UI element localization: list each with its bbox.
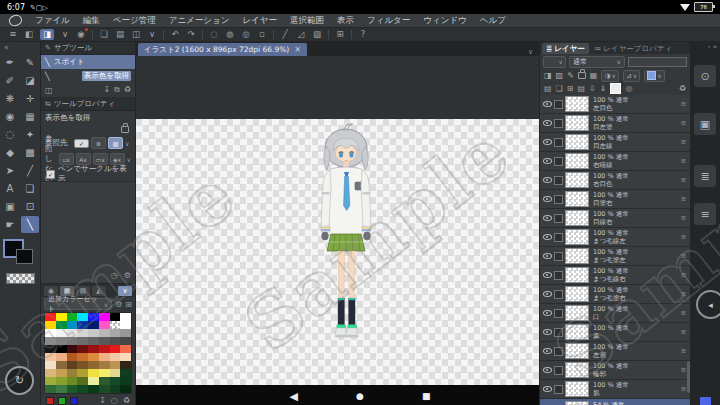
refer-check-icon[interactable]: ✓ (74, 139, 89, 148)
layer-filter-dropdown[interactable]: ∨ (543, 56, 566, 68)
eye-visible-icon[interactable] (543, 158, 552, 164)
layer-visibility[interactable] (542, 101, 552, 107)
color-swatch[interactable] (56, 385, 67, 393)
layer-menu-icon[interactable]: ≡ (679, 233, 688, 241)
eye-visible-icon[interactable] (543, 215, 552, 221)
eye-visible-icon[interactable] (543, 329, 552, 335)
auto-select-tool[interactable]: ✦ (21, 126, 39, 143)
layer-menu-icon[interactable]: ≡ (679, 214, 688, 222)
color-swatch[interactable] (99, 361, 110, 369)
eye-visible-icon[interactable] (543, 196, 552, 202)
color-swatch[interactable] (67, 385, 78, 393)
color-swatch[interactable] (99, 369, 110, 377)
color-swatch[interactable] (77, 369, 88, 377)
collapse-palette-button[interactable]: ◂ (696, 290, 720, 319)
canvas-viewport[interactable] (136, 56, 539, 385)
help-icon[interactable]: ? (358, 29, 368, 40)
eyedropper-tool[interactable]: ╲ (21, 216, 39, 233)
menu-item-2[interactable]: ページ管理 (113, 15, 156, 27)
layer-visibility[interactable] (542, 329, 552, 335)
selection-border-icon[interactable]: ▫ (257, 29, 267, 40)
color-swatch[interactable] (99, 385, 110, 393)
hand-tool[interactable]: ☛ (1, 216, 19, 233)
recent-color-swatch[interactable] (58, 397, 66, 405)
object-tool[interactable]: ⊡ (21, 198, 39, 215)
layer-visibility[interactable] (542, 386, 552, 392)
color-swatch[interactable] (77, 345, 88, 353)
color-swatch[interactable] (110, 345, 121, 353)
layer-checkbox[interactable] (554, 385, 563, 394)
screen-tone-icon[interactable]: ▨ (556, 71, 564, 80)
main-menu-icon[interactable]: ≡ (8, 29, 18, 40)
layer-row[interactable]: ✎54 % 通常モデル3≡ (540, 399, 690, 405)
delete-subtool-icon[interactable]: ♻ (124, 85, 131, 95)
layer-menu-icon[interactable]: ≡ (679, 138, 688, 146)
layer-row[interactable]: 100 % 通常左眉≡ (540, 342, 690, 361)
layer-menu-icon[interactable]: ≡ (679, 309, 688, 317)
figure-tool[interactable]: ▦ (21, 108, 39, 125)
color-swatch[interactable] (110, 313, 121, 321)
color-swatch[interactable] (45, 377, 56, 385)
layer-checkbox[interactable] (554, 366, 563, 375)
layer-checkbox[interactable] (554, 271, 563, 280)
color-swatch[interactable] (110, 361, 121, 369)
color-swatch[interactable] (88, 377, 99, 385)
replace-color-icon[interactable]: ○ (111, 396, 118, 405)
color-swatch[interactable] (77, 385, 88, 393)
layer-visibility[interactable] (542, 310, 552, 316)
copy-subtool-icon[interactable]: ◫ (45, 86, 53, 95)
eye-visible-icon[interactable] (543, 272, 552, 278)
decoration-tool[interactable]: ✛ (21, 90, 39, 107)
layer-settings-button[interactable]: ≡ (694, 203, 716, 225)
menu-item-3[interactable]: アニメーション (169, 15, 230, 27)
color-swatch[interactable] (99, 345, 110, 353)
layer-visibility[interactable] (542, 291, 552, 297)
color-swatch[interactable] (56, 377, 67, 385)
layer-checkbox[interactable] (554, 290, 563, 299)
color-swatch[interactable] (67, 345, 78, 353)
color-swatch[interactable] (120, 385, 131, 393)
transfer-down-icon[interactable]: ⇩ (589, 84, 596, 93)
lock-layer-icon[interactable] (578, 72, 586, 79)
layer-row[interactable]: 100 % 通常右目色≡ (540, 171, 690, 190)
eye-visible-icon[interactable] (543, 139, 552, 145)
layer-visibility[interactable] (542, 120, 552, 126)
color-swatch[interactable] (110, 321, 121, 329)
color-swatch[interactable] (77, 313, 88, 321)
eye-visible-icon[interactable] (543, 120, 552, 126)
color-swatch[interactable] (99, 353, 110, 361)
lock-transparent-icon[interactable]: ▦ (590, 71, 598, 80)
deselect-icon[interactable]: ◌ (209, 29, 219, 40)
eye-visible-icon[interactable] (543, 234, 552, 240)
color-swatch[interactable] (56, 329, 67, 337)
color-swatch[interactable] (77, 361, 88, 369)
operation-tool[interactable]: ➤ (1, 162, 19, 179)
layer-row[interactable]: 100 % 通常目左塗≡ (540, 114, 690, 133)
menu-item-5[interactable]: 選択範囲 (290, 15, 324, 27)
lasso-tool[interactable]: ◌ (1, 126, 19, 143)
color-swatch[interactable] (77, 321, 88, 329)
color-swatch[interactable] (110, 377, 121, 385)
text-tool[interactable]: A (1, 180, 19, 197)
color-swatch[interactable] (110, 369, 121, 377)
clip-studio-logo-icon[interactable] (8, 13, 24, 27)
layer-visibility[interactable] (542, 348, 552, 354)
clip-at-layer-icon[interactable]: ◨ (544, 71, 552, 80)
layer-color-chip[interactable]: ∨ (644, 70, 664, 82)
layer-row[interactable]: 100 % 通常右瞳線≡ (540, 152, 690, 171)
layer-row[interactable]: 100 % 通常目線右≡ (540, 209, 690, 228)
layer-checkbox[interactable] (554, 214, 563, 223)
color-swatch[interactable] (88, 353, 99, 361)
snap-special-ruler-icon[interactable]: ◿ (296, 29, 306, 40)
fill-tool[interactable]: ◆ (1, 144, 19, 161)
apply-mask-icon[interactable]: ◎ (625, 84, 632, 93)
reset-icon[interactable]: ◷ (111, 271, 118, 280)
color-swatch[interactable] (99, 329, 110, 337)
subtool-panel-header[interactable]: ✎ サブツール (41, 42, 135, 55)
color-swatch[interactable] (120, 329, 131, 337)
layer-checkbox[interactable] (554, 309, 563, 318)
layer-row[interactable]: 100 % 通常口≡ (540, 304, 690, 323)
color-swatch[interactable] (67, 337, 78, 345)
color-swatch[interactable] (120, 345, 131, 353)
recents-button[interactable]: ■ (422, 391, 431, 401)
